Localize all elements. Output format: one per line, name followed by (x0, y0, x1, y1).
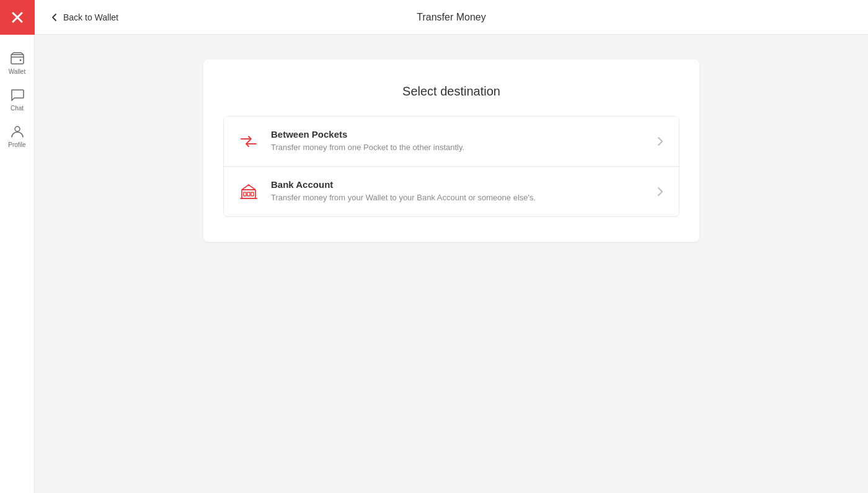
sidebar-item-profile[interactable]: Profile (0, 118, 34, 152)
between-pockets-desc: Transfer money from one Pocket to the ot… (271, 142, 654, 153)
page-title: Transfer Money (417, 12, 485, 23)
sidebar: Wallet Chat Profile (0, 0, 35, 493)
sidebar-nav: Wallet Chat Profile (0, 35, 34, 152)
sidebar-item-wallet-label: Wallet (9, 68, 25, 75)
option-list: Between Pockets Transfer money from one … (223, 116, 680, 217)
bank-account-text: Bank Account Transfer money from your Wa… (271, 179, 654, 203)
back-label: Back to Wallet (63, 12, 118, 22)
sidebar-item-wallet[interactable]: Wallet (0, 45, 34, 79)
main-content: Back to Wallet Transfer Money Select des… (35, 0, 868, 493)
chat-icon (10, 87, 25, 102)
between-pockets-text: Between Pockets Transfer money from one … (271, 129, 654, 153)
sidebar-item-chat-label: Chat (11, 105, 24, 112)
card-title: Select destination (223, 84, 680, 99)
svg-point-2 (19, 60, 21, 61)
app-logo[interactable] (0, 0, 35, 35)
between-pockets-option[interactable]: Between Pockets Transfer money from one … (224, 117, 679, 167)
between-pockets-icon (236, 129, 261, 154)
content-area: Select destination Between Pockets Trans… (35, 35, 868, 493)
destination-card: Select destination Between Pockets Trans… (203, 60, 699, 242)
sidebar-item-profile-label: Profile (8, 141, 25, 148)
back-chevron-icon (50, 12, 60, 22)
svg-rect-6 (251, 192, 254, 196)
svg-point-3 (15, 127, 20, 131)
svg-rect-4 (244, 192, 246, 196)
between-pockets-title: Between Pockets (271, 129, 654, 140)
bank-account-chevron-icon (654, 185, 666, 198)
bank-account-title: Bank Account (271, 179, 654, 190)
header: Back to Wallet Transfer Money (35, 0, 868, 35)
between-pockets-chevron-icon (654, 135, 666, 148)
profile-icon (10, 124, 25, 139)
wallet-icon (10, 51, 25, 66)
bank-account-icon (236, 179, 261, 204)
sidebar-item-chat[interactable]: Chat (0, 81, 34, 115)
back-button[interactable]: Back to Wallet (50, 12, 118, 22)
bank-account-option[interactable]: Bank Account Transfer money from your Wa… (224, 167, 679, 216)
svg-rect-5 (247, 192, 250, 196)
bank-account-desc: Transfer money from your Wallet to your … (271, 192, 654, 203)
svg-rect-1 (11, 55, 24, 64)
